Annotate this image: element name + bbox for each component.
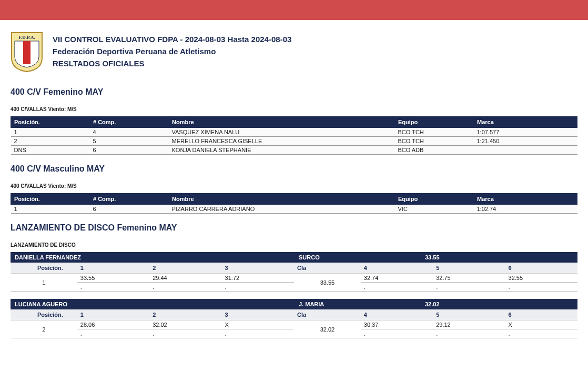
table-row: 1 4 VASQUEZ XIMENA NALU BCO TCH 1:07.577 [11,128,577,137]
t4a: 30.37 [361,320,433,329]
federation-name: Federación Deportiva Peruana de Atletism… [53,47,291,56]
col-1: 1 [77,263,149,274]
athlete-name: DANIELLA FERNANDEZ [11,252,295,263]
col-3: 3 [222,309,294,320]
table-row: 1 6 PIZARRO CARRERA ADRIANO VIC 1:02.74 [11,205,577,214]
throw-table: Posición. 1 2 3 Cla 4 5 6 2 28.06 32.02 … [11,309,577,338]
t4b: . [361,283,433,292]
cell-equipo: BCO TCH [395,128,474,137]
header: F.D.P.A. VII CONTROL EVALUATIVO FDPA - 2… [0,32,588,73]
throw-table: Posición. 1 2 3 Cla 4 5 6 1 33.55 29.44 … [11,263,577,292]
t1a: 33.55 [77,274,149,283]
event-title: 400 C/V Femenino MAY [11,87,577,97]
col-posicion: Posición. [11,309,77,320]
cell-comp: 4 [90,128,169,137]
athlete-name: LUCIANA AGUERO [11,299,295,309]
cell-equipo: BCO ADB [395,146,474,155]
col-6: 6 [505,263,577,274]
t1b: . [77,329,149,338]
t3a: 31.72 [222,274,294,283]
col-equipo: Equipo [395,117,474,128]
throw-block: DANIELLA FERNANDEZ SURCO 33.55 Posición.… [11,252,577,292]
col-5: 5 [433,309,505,320]
cell-pos: 1 [11,205,90,214]
t2b: . [149,283,221,292]
t6a: X [505,320,577,329]
cell-pos: DNS [11,146,90,155]
t2b: . [149,329,221,338]
t6a: 32.55 [505,274,577,283]
throw-row-a: 1 33.55 29.44 31.72 33.55 32.74 32.75 32… [11,274,577,283]
cell-marca: 1:21.450 [474,137,577,146]
cla: 32.02 [294,320,361,338]
fdpa-logo: F.D.P.A. [11,32,43,73]
col-6: 6 [505,309,577,320]
cell-comp: 6 [90,146,169,155]
cell-nombre: KONJA DANIELA STEPHANIE [169,146,395,155]
event-title: 400 C/V Masculino MAY [11,164,577,174]
col-equipo: Equipo [395,194,474,205]
top-bar [0,0,588,20]
svg-rect-0 [23,41,31,64]
t3b: . [222,329,294,338]
event-title-line: VII CONTROL EVALUATIVO FDPA - 2024-08-03… [53,35,291,44]
col-4: 4 [361,263,433,274]
t5a: 29.12 [433,320,505,329]
t1b: . [77,283,149,292]
place: 1 [11,274,77,292]
results-label: RESLTADOS OFICIALES [53,59,291,68]
cell-marca: 1:07.577 [474,128,577,137]
col-posicion: Posición. [11,194,90,205]
col-marca: Marca [474,117,577,128]
col-posicion: Posición. [11,263,77,274]
col-nombre: Nombre [169,117,395,128]
results-table: Posición. # Comp. Nombre Equipo Marca 1 … [11,193,577,214]
table-row: 2 5 MERELLO FRANCESCA GISELLE BCO TCH 1:… [11,137,577,146]
t5b: . [433,283,505,292]
cell-comp: 6 [90,205,169,214]
col-marca: Marca [474,194,577,205]
t6b: . [505,329,577,338]
col-1: 1 [77,309,149,320]
col-3: 3 [222,263,294,274]
results-table: Posición. # Comp. Nombre Equipo Marca 1 … [11,116,577,155]
event-subtitle: 400 C/VALLAS Viento: M/S [11,106,577,112]
col-comp: # Comp. [90,194,169,205]
col-4: 4 [361,309,433,320]
cell-nombre: VASQUEZ XIMENA NALU [169,128,395,137]
event-title: LANZAMIENTO DE DISCO Femenino MAY [11,223,577,233]
col-nombre: Nombre [169,194,395,205]
t3a: X [222,320,294,329]
cla: 33.55 [294,274,361,292]
header-text: VII CONTROL EVALUATIVO FDPA - 2024-08-03… [53,32,291,68]
col-2: 2 [149,309,221,320]
cell-nombre: MERELLO FRANCESCA GISELLE [169,137,395,146]
cell-nombre: PIZARRO CARRERA ADRIANO [169,205,395,214]
event-disco-fem: LANZAMIENTO DE DISCO Femenino MAY LANZAM… [0,223,588,338]
event-400cv-fem: 400 C/V Femenino MAY 400 C/VALLAS Viento… [0,87,588,155]
col-2: 2 [149,263,221,274]
cell-comp: 5 [90,137,169,146]
t2a: 29.44 [149,274,221,283]
cell-pos: 1 [11,128,90,137]
throw-block: LUCIANA AGUERO J. MARIA 32.02 Posición. … [11,299,577,338]
table-row: DNS 6 KONJA DANIELA STEPHANIE BCO ADB [11,146,577,155]
t1a: 28.06 [77,320,149,329]
logo-text: F.D.P.A. [18,35,35,40]
cell-marca: 1:02.74 [474,205,577,214]
place: 2 [11,320,77,338]
event-400cv-masc: 400 C/V Masculino MAY 400 C/VALLAS Vient… [0,164,588,214]
athlete-best: 33.55 [421,252,577,263]
athlete-team: J. MARIA [295,299,421,309]
t5b: . [433,329,505,338]
athlete-best: 32.02 [421,299,577,309]
throw-header: LUCIANA AGUERO J. MARIA 32.02 [11,299,577,309]
t2a: 32.02 [149,320,221,329]
event-subtitle: 400 C/VALLAS Viento: M/S [11,183,577,189]
t5a: 32.75 [433,274,505,283]
cell-equipo: VIC [395,205,474,214]
t6b: . [505,283,577,292]
col-5: 5 [433,263,505,274]
col-posicion: Posición. [11,117,90,128]
t3b: . [222,283,294,292]
